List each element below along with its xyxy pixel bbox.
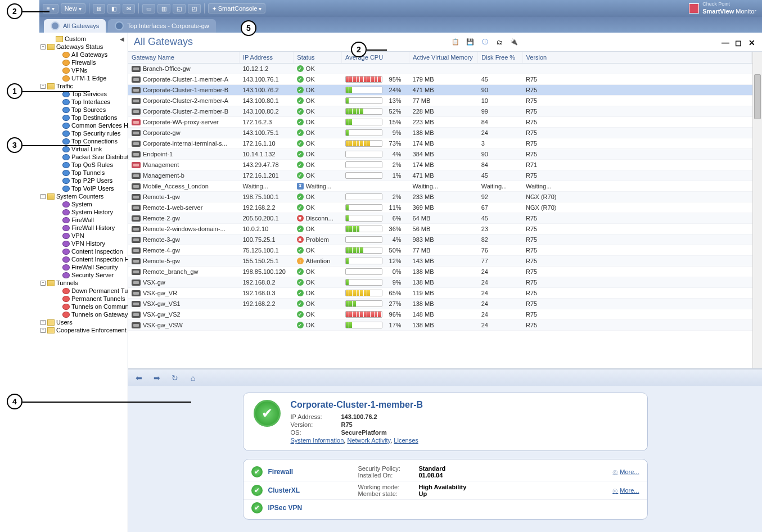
- collapse-sidebar-button[interactable]: ◀: [120, 36, 124, 42]
- table-row[interactable]: Remote-2-gw205.50.200.1✖Disconn...6%64 M…: [128, 213, 762, 224]
- table-row[interactable]: Corporate-WA-proxy-server172.16.2.3✔OK15…: [128, 117, 762, 128]
- table-row[interactable]: VSX-gw_VSW✔OK17%138 MB24R75: [128, 320, 762, 331]
- tree-node[interactable]: Content Inspection Histo: [40, 255, 127, 263]
- tree-node[interactable]: Top Security rules: [40, 129, 127, 137]
- toolbar-icon[interactable]: ◧: [107, 4, 120, 13]
- toolbar-icon[interactable]: ⊞: [93, 4, 105, 13]
- column-header[interactable]: Active Virtual Memory: [409, 52, 478, 64]
- table-row[interactable]: Corporate-Cluster-1-member-A143.100.76.1…: [128, 74, 762, 85]
- tree-node[interactable]: −Gateways Status: [40, 43, 127, 51]
- minimize-button[interactable]: —: [722, 38, 729, 46]
- scroll-thumb[interactable]: [754, 74, 761, 119]
- tree-toggle[interactable]: +: [40, 328, 46, 333]
- tree-node[interactable]: Security Server: [40, 271, 127, 279]
- legend-icon[interactable]: 🗂: [494, 37, 504, 47]
- tree-node[interactable]: Top Interfaces: [40, 98, 127, 106]
- save-icon[interactable]: 💾: [465, 37, 475, 47]
- table-row[interactable]: Remote-4-gw75.125.100.1✔OK50%77 MB76R75: [128, 245, 762, 256]
- column-header[interactable]: IP Address: [239, 52, 293, 64]
- toolbar-icon[interactable]: ◱: [173, 4, 186, 13]
- tree-node[interactable]: Virtual Link: [40, 145, 127, 153]
- toolbar-icon[interactable]: ◰: [188, 4, 201, 13]
- tree-node[interactable]: Custom: [40, 35, 127, 43]
- table-row[interactable]: Branch-Office-gw10.12.1.2✔OK: [128, 64, 762, 74]
- tree-node[interactable]: System: [40, 200, 127, 208]
- tree-node[interactable]: Top P2P Users: [40, 177, 127, 184]
- column-header[interactable]: Status: [294, 52, 342, 64]
- tree-node[interactable]: Permanent Tunnels: [40, 295, 127, 303]
- tree-node[interactable]: Top Connections: [40, 137, 127, 145]
- tree-node[interactable]: VPN: [40, 232, 127, 240]
- table-row[interactable]: Corporate-Cluster-2-member-A143.100.80.1…: [128, 96, 762, 106]
- tree-node[interactable]: −System Counters: [40, 192, 127, 200]
- nav-home-button[interactable]: ⌂: [188, 373, 198, 383]
- table-row[interactable]: Remote-5-gw155.150.25.1!Attention12%143 …: [128, 256, 762, 267]
- tree-node[interactable]: Common Services History: [40, 121, 127, 129]
- table-row[interactable]: Corporate-Cluster-1-member-B143.100.76.2…: [128, 85, 762, 96]
- maximize-button[interactable]: ◻: [735, 38, 743, 46]
- tree-node[interactable]: −Tunnels: [40, 279, 127, 287]
- tree-node[interactable]: FireWall History: [40, 224, 127, 232]
- service-more-link[interactable]: More...: [612, 487, 639, 494]
- tab-all-gateways[interactable]: All Gateways: [44, 19, 106, 33]
- tree-toggle[interactable]: +: [40, 320, 46, 325]
- table-row[interactable]: Management-b172.16.1.201✔OK1%471 MB45R75: [128, 170, 762, 181]
- nav-refresh-button[interactable]: ↻: [170, 373, 180, 383]
- table-row[interactable]: Corporate-gw143.100.75.1✔OK9%138 MB24R75: [128, 128, 762, 138]
- table-row[interactable]: Corporate-internal-terminal-s...172.16.1…: [128, 138, 762, 149]
- table-row[interactable]: Remote_branch_gw198.85.100.120✔OK0%138 M…: [128, 267, 762, 277]
- tree-node[interactable]: Top Destinations: [40, 114, 127, 121]
- tree-node[interactable]: Firewalls: [40, 58, 127, 66]
- new-button[interactable]: New ▾: [61, 3, 85, 13]
- nav-back-button[interactable]: ⬅: [134, 373, 144, 383]
- disconnect-icon[interactable]: 🔌: [509, 37, 519, 47]
- table-row[interactable]: Corporate-Cluster-2-member-B143.100.80.2…: [128, 106, 762, 117]
- tree-toggle[interactable]: −: [40, 281, 46, 286]
- system-info-link[interactable]: System Information: [291, 437, 344, 444]
- tree-node[interactable]: VPNs: [40, 66, 127, 74]
- tree-node[interactable]: Top QoS Rules: [40, 161, 127, 169]
- table-row[interactable]: Remote-1-web-server192.168.2.2✔OK11%369 …: [128, 202, 762, 213]
- tree-toggle[interactable]: −: [40, 194, 46, 199]
- tree-node[interactable]: Down Permanent Tunnels: [40, 287, 127, 295]
- tree-node[interactable]: All Gateways: [40, 51, 127, 58]
- toolbar-icon[interactable]: ✉: [123, 4, 135, 13]
- table-row[interactable]: Remote-2-windows-domain-...10.0.2.10✔OK3…: [128, 224, 762, 235]
- tree-node[interactable]: Tunnels on Community: [40, 303, 127, 310]
- properties-icon[interactable]: 📋: [450, 37, 461, 47]
- tree-node[interactable]: FireWall Security: [40, 263, 127, 271]
- vertical-scrollbar[interactable]: [752, 52, 762, 368]
- network-activity-link[interactable]: Network Activity: [347, 437, 390, 444]
- table-row[interactable]: Remote-3-gw100.75.25.1✖Problem4%983 MB82…: [128, 235, 762, 245]
- service-more-link[interactable]: More...: [612, 468, 639, 476]
- tree-node[interactable]: FireWall: [40, 216, 127, 224]
- table-row[interactable]: Mobile_Access_LondonWaiting...⧗Waiting..…: [128, 181, 762, 192]
- tree-node[interactable]: UTM-1 Edge: [40, 74, 127, 82]
- nav-forward-button[interactable]: ➡: [152, 373, 162, 383]
- toolbar-icon[interactable]: ▥: [157, 4, 170, 13]
- tree-toggle[interactable]: −: [40, 44, 46, 49]
- tree-node[interactable]: Content Inspection: [40, 247, 127, 255]
- tree-toggle[interactable]: −: [40, 84, 46, 89]
- table-row[interactable]: Management143.29.47.78✔OK2%174 MB84R71: [128, 160, 762, 170]
- info-icon[interactable]: ⓘ: [480, 37, 490, 47]
- table-row[interactable]: VSX-gw_VS1192.168.2.2✔OK27%138 MB24R75: [128, 299, 762, 309]
- toolbar-icon[interactable]: ▭: [142, 4, 155, 13]
- tree-node[interactable]: System History: [40, 208, 127, 216]
- tree-node[interactable]: VPN History: [40, 240, 127, 247]
- tree-node[interactable]: +Cooperative Enforcement: [40, 326, 127, 334]
- tree-node[interactable]: Packet Size Distribution: [40, 153, 127, 161]
- table-row[interactable]: VSX-gw_VR192.168.0.3✔OK65%119 MB24R75: [128, 288, 762, 299]
- tree-node[interactable]: −Traffic: [40, 82, 127, 90]
- tree-node[interactable]: Top Tunnels: [40, 169, 127, 177]
- table-row[interactable]: VSX-gw_VS2✔OK96%148 MB24R75: [128, 309, 762, 320]
- table-row[interactable]: Endpoint-110.14.1.132✔OK4%384 MB90R75: [128, 149, 762, 160]
- tab-top-interfaces[interactable]: Top Interfaces - Corporate-gw: [108, 19, 216, 33]
- column-header[interactable]: Disk Free %: [478, 52, 522, 64]
- tree-node[interactable]: +Users: [40, 318, 127, 326]
- close-button[interactable]: ✕: [749, 38, 756, 46]
- tree-node[interactable]: Top Sources: [40, 106, 127, 114]
- table-row[interactable]: VSX-gw192.168.0.2✔OK9%138 MB24R75: [128, 277, 762, 288]
- table-row[interactable]: Remote-1-gw198.75.100.1✔OK2%233 MB92NGX …: [128, 192, 762, 202]
- column-header[interactable]: Gateway Name: [128, 52, 239, 64]
